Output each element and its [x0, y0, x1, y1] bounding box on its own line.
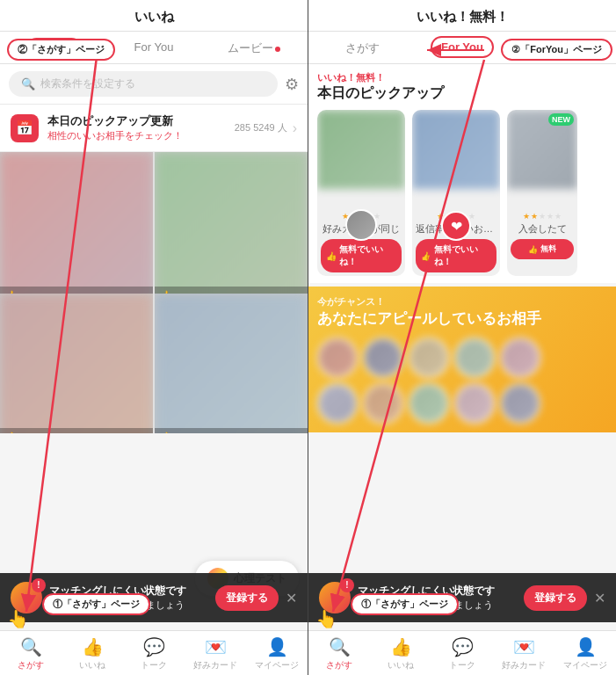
right-nav-card[interactable]: 💌 好みカード — [493, 636, 554, 671]
left-register-button[interactable]: 登録する — [215, 585, 279, 611]
card3-new-badge: NEW — [548, 113, 574, 126]
appeal-avatars-row2 — [317, 383, 607, 424]
pickup-section-title: 本日のピックアップ — [317, 84, 607, 103]
card1-free-like[interactable]: 👍 無料でいいね！ — [321, 239, 402, 272]
right-nav-like-icon: 👍 — [390, 636, 412, 657]
appeal-avatar-6[interactable] — [317, 383, 358, 424]
card3-stars: ★ ★ ★ ★ ★ — [511, 212, 574, 221]
filter-icon[interactable]: ⚙ — [285, 75, 299, 94]
card-img-4 — [155, 294, 308, 433]
nav-like-icon: 👍 — [82, 636, 104, 657]
right-notification-bar: マッチングしにくい状態です 「サブ写真」を登録しましょう 登録する ✕ — [308, 573, 616, 622]
nav-sagasu-label: さがす — [18, 659, 44, 671]
pickup-title: 本日のピックアップ更新 — [47, 113, 183, 129]
right-title-text: いいね！無料！ — [417, 9, 509, 24]
card1-img — [317, 110, 405, 189]
profile-card-2[interactable]: 👍 •• — [155, 152, 308, 305]
left-tab-sagasu[interactable]: さがす — [4, 32, 104, 63]
appeal-avatar-7[interactable] — [363, 383, 403, 424]
like-icon-3: 👍 — [5, 432, 18, 433]
right-nav-search-icon: 🔍 — [329, 636, 351, 657]
left-tab-bar: さがす For You ムービー — [0, 32, 308, 64]
profile-card-1[interactable]: 👍 •• — [0, 152, 153, 305]
right-nav-talk-icon: 💬 — [452, 636, 474, 657]
left-tab-foryou[interactable]: For You — [104, 32, 204, 63]
appeal-label: 今がチャンス！ — [317, 295, 607, 308]
card2-img — [412, 110, 500, 189]
left-nav-card[interactable]: 💌 好みカード — [185, 636, 246, 671]
nav-talk-label: トーク — [141, 659, 167, 671]
pickup-count: 285 5249 人 — [235, 121, 287, 134]
pickup-subtitle: 相性のいいお相手をチェック！ — [47, 129, 183, 142]
appeal-section: 今がチャンス！ あなたにアピールしているお相手 — [308, 287, 616, 432]
right-tab-sagasu[interactable]: さがす — [312, 32, 412, 63]
right-screen: いいね！無料！ さがす For You ムービー いいね！無料！ 本日のピックア… — [308, 0, 616, 675]
nav-talk-icon: 💬 — [143, 636, 165, 657]
appeal-avatar-1[interactable] — [317, 338, 358, 378]
search-placeholder: 検索条件を設定する — [40, 76, 135, 91]
appeal-avatar-9[interactable] — [454, 383, 495, 424]
appeal-title: あなたにアピールしているお相手 — [317, 308, 607, 329]
pickup-section-label: いいね！無料！ — [317, 71, 607, 84]
pickup-card-3[interactable]: NEW ★ ★ ★ ★ ★ 入会したて — [507, 110, 577, 276]
movie-dot — [275, 47, 280, 52]
pickup-card-1[interactable]: ★ ★ ★ ★ ★ 好みカードが同じ 👍 無料でいいね！ — [317, 110, 405, 276]
left-bottom-nav: 🔍 さがす 👍 いいね 💬 トーク 💌 好みカード 👤 マイページ — [0, 630, 308, 675]
pickup-icon: 📅 — [11, 114, 39, 142]
nav-card-label: 好みカード — [193, 659, 237, 671]
right-nav-mypage-icon: 👤 — [575, 636, 597, 657]
left-nav-mypage[interactable]: 👤 マイページ — [246, 636, 308, 671]
right-tab-movie[interactable]: ムービー — [512, 32, 612, 63]
right-tab-foryou[interactable]: For You — [412, 32, 512, 63]
right-nav-talk[interactable]: 💬 トーク — [431, 636, 493, 671]
card3-free-like[interactable]: 👍 無料 — [511, 239, 574, 259]
nav-iine-label: いいね — [79, 659, 105, 671]
chevron-right-icon: › — [293, 120, 297, 136]
left-tab-movie[interactable]: ムービー — [204, 32, 304, 63]
left-nav-sagasu[interactable]: 🔍 さがす — [0, 636, 62, 671]
nav-mypage-icon: 👤 — [266, 636, 288, 657]
cards-scroll: ★ ★ ★ ★ ★ 好みカードが同じ 👍 無料でいいね！ — [317, 110, 607, 276]
card-bottom-4: 👍 •• — [155, 428, 308, 433]
appeal-avatar-4[interactable] — [454, 338, 495, 378]
card1-avatar — [345, 209, 377, 241]
card3-bottom: ★ ★ ★ ★ ★ 入会したて 👍 無料 — [507, 205, 577, 263]
left-close-icon[interactable]: ✕ — [286, 590, 297, 606]
left-nav-talk[interactable]: 💬 トーク — [123, 636, 185, 671]
pickup-section: いいね！無料！ 本日のピックアップ ★ ★ ★ — [308, 64, 616, 283]
left-notification-bar: マッチングしにくい状態です 「サブ写真」を登録しましょう 登録する ✕ — [0, 573, 308, 622]
search-input-field[interactable]: 🔍 検索条件を設定する — [9, 71, 278, 97]
search-bar: 🔍 検索条件を設定する ⚙ — [0, 64, 308, 105]
left-title-text: いいね — [134, 9, 174, 24]
right-nav-card-label: 好みカード — [502, 659, 546, 671]
notif-avatar-left — [11, 582, 42, 613]
nav-search-icon: 🔍 — [20, 636, 42, 657]
nav-card-icon: 💌 — [205, 636, 227, 657]
right-nav-mypage[interactable]: 👤 マイページ — [554, 636, 616, 671]
appeal-avatar-2[interactable] — [363, 338, 403, 378]
pickup-card-2[interactable]: ❤ ★ ★ ★ ★ ★ 返信率の高いお相手 👍 — [412, 110, 500, 276]
right-nav-sagasu-label: さがす — [326, 659, 352, 671]
card3-name: 入会したて — [511, 222, 574, 236]
right-movie-dot — [583, 47, 589, 52]
right-bottom-nav: 🔍 さがす 👍 いいね 💬 トーク 💌 好みカード 👤 マイページ — [308, 630, 616, 675]
profile-card-4[interactable]: 👍 •• — [155, 294, 308, 433]
nav-mypage-label: マイページ — [255, 659, 299, 671]
profile-grid: 👍 •• 👍 •• 👍 •• — [0, 152, 308, 433]
left-nav-iine[interactable]: 👍 いいね — [62, 636, 123, 671]
card-bottom-3: 👍 •• — [0, 428, 153, 433]
profile-card-3[interactable]: 👍 •• — [0, 294, 153, 433]
card-img-3 — [0, 294, 153, 433]
right-register-button[interactable]: 登録する — [524, 585, 587, 611]
pickup-text: 本日のピックアップ更新 相性のいいお相手をチェック！ — [47, 113, 183, 142]
card2-free-like[interactable]: 👍 無料でいいね！ — [416, 239, 496, 272]
right-nav-card-icon: 💌 — [513, 636, 535, 657]
right-nav-sagasu[interactable]: 🔍 さがす — [308, 636, 370, 671]
right-nav-iine[interactable]: 👍 いいね — [370, 636, 431, 671]
right-close-icon[interactable]: ✕ — [594, 590, 605, 606]
appeal-avatar-3[interactable] — [409, 338, 449, 378]
appeal-avatar-5[interactable] — [500, 338, 540, 378]
pickup-banner[interactable]: 📅 本日のピックアップ更新 相性のいいお相手をチェック！ 285 5249 人 … — [0, 105, 308, 152]
appeal-avatar-10[interactable] — [500, 383, 540, 424]
appeal-avatar-8[interactable] — [409, 383, 449, 424]
